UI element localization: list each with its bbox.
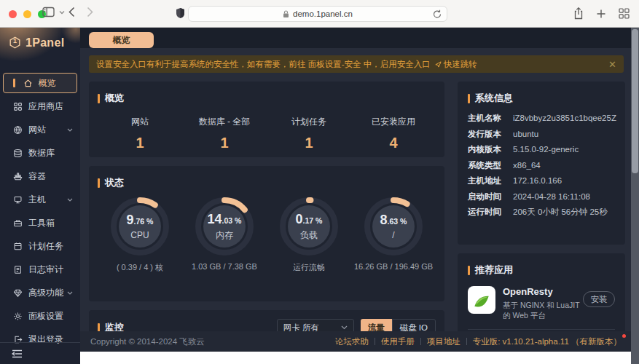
manual-link[interactable]: 使用手册: [375, 336, 420, 347]
sidebar-item-website[interactable]: 网站: [0, 118, 80, 141]
container-icon: [13, 172, 23, 181]
host-icon: [13, 195, 23, 205]
screen: demo.1panel.cn: [0, 0, 639, 364]
share-icon[interactable]: [573, 7, 584, 20]
app-row-openresty: OpenResty 基于 NGINX 和 LuaJIT 的 Web 平台 安装: [468, 286, 615, 330]
copyright-text: Copyright © 2014-2024 飞致云: [90, 336, 205, 347]
gear-icon: [13, 312, 23, 321]
openresty-icon: [468, 286, 495, 314]
sidebar-item-toolbox[interactable]: 工具箱: [0, 211, 80, 234]
chevron-down-icon: [67, 198, 73, 202]
system-info-title: 系统信息: [475, 92, 513, 105]
sidebar-item-container[interactable]: 容器: [0, 165, 80, 188]
load-caption: 运行流畅: [293, 262, 325, 273]
close-window-button[interactable]: [9, 10, 17, 18]
traffic-lights: [9, 10, 46, 18]
overview-title: 概览: [105, 92, 124, 105]
stat-databases[interactable]: 数据库 - 全部 1: [182, 116, 267, 151]
calendar-icon: [13, 242, 23, 251]
load-gauge[interactable]: 0.17 % 负载 运行流畅: [267, 196, 351, 273]
install-button[interactable]: 安装: [583, 291, 615, 307]
status-title: 状态: [105, 176, 124, 189]
main-content: 概览 设置安全入口有利于提高系统的安全性，如有需要，前往 面板设置-安全 中，启…: [80, 28, 639, 364]
title-accent-bar: [98, 178, 100, 188]
cpu-caption: ( 0.39 / 4 ) 核: [117, 262, 163, 273]
sidebar-item-advanced[interactable]: 高级功能: [0, 281, 80, 304]
system-row-uptime: 运行时间206天 0小时 56分钟 25秒: [468, 207, 615, 216]
bottom-whitespace: [80, 352, 639, 364]
gem-icon: [13, 288, 23, 298]
active-indicator-bar: [13, 79, 15, 87]
stat-installed-apps[interactable]: 已安装应用 4: [351, 116, 436, 151]
forward-button[interactable]: [87, 7, 93, 17]
toolbox-icon: [13, 218, 23, 228]
logo[interactable]: 1 1Panel: [0, 28, 80, 51]
collapse-sidebar-icon[interactable]: [12, 349, 23, 358]
sidebar-item-app-store[interactable]: 应用商店: [0, 95, 80, 118]
stat-websites[interactable]: 网站 1: [98, 116, 182, 151]
logo-text: 1Panel: [26, 36, 64, 50]
minimize-window-button[interactable]: [23, 10, 31, 18]
jump-icon: [435, 61, 442, 68]
home-icon: [23, 79, 33, 88]
address-bar[interactable]: demo.1panel.cn: [188, 6, 447, 22]
sidebar-menu: 概览 应用商店 网站 数据库 容器: [0, 51, 80, 351]
back-button[interactable]: [68, 7, 75, 17]
system-row-ip: 主机地址172.16.0.166: [468, 176, 615, 185]
chevron-down-icon: [341, 325, 348, 330]
log-icon: [13, 265, 23, 274]
security-banner: 设置安全入口有利于提高系统的安全性，如有需要，前往 面板设置-安全 中，启用安全…: [89, 55, 624, 73]
chevron-down-icon: [67, 128, 73, 132]
sidebar-toggle-icon[interactable]: [42, 7, 55, 17]
sidebar-item-cronjob[interactable]: 计划任务: [0, 234, 80, 258]
banner-close-icon[interactable]: ✕: [608, 59, 616, 70]
sidebar: 1 1Panel 概览 应用商店 网站: [0, 28, 80, 364]
footer: Copyright © 2014-2024 飞致云 论坛求助 使用手册 项目地址…: [80, 331, 639, 352]
project-link[interactable]: 项目地址: [421, 336, 466, 347]
app-store-icon: [13, 102, 23, 111]
url-text: demo.1panel.cn: [293, 9, 353, 18]
sidebar-item-database[interactable]: 数据库: [0, 141, 80, 165]
1panel-app: 1 1Panel 概览 应用商店 网站: [0, 28, 639, 364]
globe-icon: [13, 125, 23, 135]
disk-gauge[interactable]: 8.63 % / 16.26 GB / 196.49 GB: [351, 196, 436, 273]
disk-caption: 16.26 GB / 196.49 GB: [354, 262, 433, 271]
tab-bar: 概览: [80, 28, 639, 48]
version-link[interactable]: 专业版: v1.10.21-alpha.11 （有新版本）: [467, 336, 622, 347]
reload-icon[interactable]: [433, 9, 442, 19]
sidebar-item-overview[interactable]: 概览: [3, 73, 77, 93]
page-scrollbar[interactable]: [631, 28, 639, 364]
tab-overview[interactable]: 概览: [89, 32, 154, 48]
sidebar-item-logs[interactable]: 日志审计: [0, 258, 80, 281]
memory-gauge[interactable]: 14.03 % 内存 1.03 GB / 7.38 GB: [182, 196, 267, 273]
app-name[interactable]: OpenResty: [503, 286, 589, 297]
sidebar-chevron-icon[interactable]: [59, 10, 65, 15]
status-card: 状态 9.76 % CPU: [89, 166, 444, 301]
shield-extension-icon[interactable]: [176, 7, 185, 19]
cpu-gauge[interactable]: 9.76 % CPU ( 0.39 / 4 ) 核: [98, 196, 182, 273]
title-accent-bar: [468, 94, 470, 103]
browser-chrome: demo.1panel.cn: [0, 0, 639, 28]
quick-jump-link[interactable]: 快速跳转: [435, 59, 477, 70]
recommended-apps-title: 推荐应用: [475, 264, 513, 277]
chevron-down-icon: [67, 291, 73, 295]
new-tab-icon[interactable]: [596, 9, 606, 19]
stat-cronjobs[interactable]: 计划任务 1: [267, 116, 351, 151]
memory-caption: 1.03 GB / 7.38 GB: [192, 262, 257, 271]
lock-icon: [283, 10, 289, 18]
tab-overview-icon[interactable]: [619, 8, 630, 19]
system-row-boot-time: 启动时间2024-04-28 16:11:08: [468, 192, 615, 201]
update-badge: [622, 334, 626, 338]
overview-card: 概览 网站 1 数据库 - 全部 1 计划任务 1 已安装应: [89, 82, 444, 157]
logo-hexagon-icon: 1: [9, 36, 21, 49]
system-row-hostname: 主机名称iZ8vbbyz2u3851c1bqee25Z: [468, 114, 615, 122]
system-info-card: 系统信息 主机名称iZ8vbbyz2u3851c1bqee25Z 发行版本ubu…: [458, 82, 625, 245]
system-row-distro: 发行版本ubuntu: [468, 130, 615, 138]
scrollbar-thumb[interactable]: [632, 29, 638, 173]
banner-text: 设置安全入口有利于提高系统的安全性，如有需要，前往 面板设置-安全 中，启用安全…: [96, 59, 431, 70]
forum-help-link[interactable]: 论坛求助: [329, 336, 375, 347]
sidebar-item-host[interactable]: 主机: [0, 188, 80, 211]
database-icon: [13, 149, 23, 158]
title-accent-bar: [468, 266, 470, 275]
sidebar-item-settings[interactable]: 面板设置: [0, 304, 80, 328]
